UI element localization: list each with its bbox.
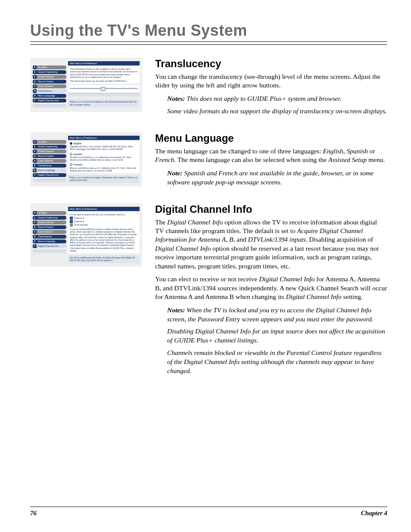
sidebar-item-label: Closed Captioning [37, 216, 66, 220]
sidebar-item[interactable]: 5Translucency [33, 89, 66, 93]
sidebar-item[interactable]: 1Closed Captioning [33, 70, 66, 74]
sidebar-item[interactable]: 4Color Scheme [33, 159, 66, 163]
sidebar-item-label: Go Back [37, 65, 66, 69]
sidebar-item[interactable]: 6Menu Language [33, 94, 66, 98]
figure-translucency: 0Go Back1Closed Captioning2Screen Format… [30, 58, 142, 112]
sidebar-item[interactable]: 5Translucency [33, 235, 66, 239]
notes-block: Note: Spanish and French are not availab… [167, 169, 387, 187]
figure-breadcrumb: Main Menu ▸ Preferences [68, 207, 140, 211]
radio-icon [70, 142, 72, 145]
figure-breadcrumb: Main Menu ▸ Preferences [68, 61, 140, 65]
sidebar-item[interactable]: 4Color Scheme [33, 230, 66, 234]
sidebar-item-label: Screen Format [37, 221, 66, 224]
figure-menu-language: 0Go Back1Closed Captioning2Screen Format… [30, 132, 142, 187]
checkbox-icon: ✓ [70, 220, 73, 223]
sidebar-item-label: Color Scheme [37, 159, 66, 163]
divider [30, 44, 387, 45]
sidebar-item[interactable]: 7Digital Channel Info [33, 244, 66, 248]
sidebar-item-label: Menu Language [37, 240, 66, 243]
sidebar-item-label: Go Back [37, 211, 66, 215]
figure-panel: EnglishHighlight with the ▴ and ▾ arrows… [68, 141, 140, 173]
sidebar-item-label: Record Output [37, 225, 66, 229]
sidebar-item-label: Closed Captioning [37, 70, 66, 74]
sidebar-item[interactable]: 1Closed Captioning [33, 145, 66, 149]
sidebar-item-label: Digital Channel Info [37, 99, 66, 103]
figure-sidebar: 0Go Back1Closed Captioning2Screen Format… [33, 61, 66, 109]
figure-digital-channel-info: 0Go Back1Closed Captioning2Screen Format… [30, 203, 142, 267]
sidebar-item-label: Screen Format [37, 75, 66, 79]
section-digital-channel-info: 0Go Back1Closed Captioning2Screen Format… [30, 203, 387, 380]
figure-panel: For an input to acquire the info, put a … [68, 212, 140, 254]
sidebar-item[interactable]: 7Digital Channel Info [33, 99, 66, 103]
figure-sidebar: 0Go Back1Closed Captioning2Screen Format… [33, 207, 66, 263]
sidebar-item[interactable]: 1Closed Captioning [33, 216, 66, 220]
sidebar-item[interactable]: 3Record Output [33, 225, 66, 229]
checkbox-option[interactable]: DTVLink/1394 [70, 224, 138, 227]
sidebar-item-label: Closed Captioning [37, 145, 66, 149]
notes-block: Notes: This does not apply to GUIDE Plus… [167, 94, 387, 116]
checkbox-option[interactable]: ✓Antenna B [70, 220, 138, 223]
section-translucency: 0Go Back1Closed Captioning2Screen Format… [30, 58, 387, 119]
body-text: The menu language can be changed to one … [155, 147, 387, 165]
sidebar-item[interactable]: 2Screen Format [33, 149, 66, 153]
chapter-title: Using the TV's Menu System [30, 22, 387, 40]
sidebar-item[interactable]: 2Screen Format [33, 221, 66, 224]
checkbox-option[interactable]: ✓Antenna A [70, 217, 138, 220]
section-heading: Translucency [155, 58, 387, 70]
sidebar-item-label: Color Scheme [37, 84, 66, 88]
sidebar-item[interactable]: 0Go Back [33, 140, 66, 144]
sidebar-item-label: Translucency [37, 164, 66, 168]
notes-block: Notes: When the TV is locked and you try… [167, 306, 387, 376]
chapter-label: Chapter 4 [361, 510, 387, 517]
sidebar-item[interactable]: 3Record Output [33, 154, 66, 158]
sidebar-item-label: Go Back [37, 140, 66, 144]
language-option[interactable]: EnglishHighlight with the ▴ and ▾ arrows… [70, 142, 138, 151]
radio-icon [70, 163, 72, 166]
body-text: The Digital Channel Info option allows t… [155, 218, 387, 271]
translucency-slider[interactable] [68, 85, 140, 92]
divider [30, 41, 387, 42]
sidebar-item[interactable]: 5Translucency [33, 164, 66, 168]
manual-page: Using the TV's Menu System 0Go Back1Clos… [0, 0, 411, 532]
section-heading: Digital Channel Info [155, 203, 387, 215]
figure-hint: Press ▴ or ▾ to point to an option, then… [68, 175, 140, 183]
checkbox-icon [70, 224, 73, 227]
sidebar-item[interactable]: 2Screen Format [33, 75, 66, 79]
body-text: You can change the translucency (see-thr… [155, 72, 387, 90]
sidebar-item[interactable]: 4Color Scheme [33, 84, 66, 88]
sidebar-item[interactable]: 3Record Output [33, 80, 66, 84]
section-heading: Menu Language [155, 132, 387, 144]
section-menu-language: 0Go Back1Closed Captioning2Screen Format… [30, 132, 387, 190]
radio-icon [70, 153, 72, 156]
sidebar-item-label: Color Scheme [37, 230, 66, 234]
figure-panel-text: The translucency level you set is applie… [68, 66, 140, 84]
sidebar-item-label: Digital Channel Info [37, 244, 66, 248]
sidebar-item-label: Translucency [37, 89, 66, 93]
language-option[interactable]: EspañolResalte con las flechas ▴ y ▾. Se… [70, 153, 138, 162]
sidebar-item-label: Screen Format [37, 149, 66, 153]
sidebar-item-label: Digital Channel Info [37, 173, 66, 177]
sidebar-item[interactable]: 6Menu Language [33, 168, 66, 172]
sidebar-item[interactable]: 0Go Back [33, 211, 66, 215]
language-option[interactable]: FrançaisMise en surbrillance avec ▴ et ▾… [70, 163, 138, 172]
sidebar-item-label: Record Output [37, 154, 66, 158]
sidebar-item[interactable]: 7Digital Channel Info [33, 173, 66, 177]
figure-breadcrumb: Main Menu ▸ Preferences [68, 136, 140, 140]
page-number: 76 [30, 510, 37, 517]
body-text: You can elect to receive or not receive … [155, 275, 387, 301]
sidebar-item-label: Menu Language [37, 94, 66, 98]
checkbox-icon: ✓ [70, 217, 73, 220]
sidebar-item-label: Record Output [37, 80, 66, 84]
figure-hint: Use OK to add/remove the check. A check … [68, 255, 140, 263]
sidebar-item[interactable]: 0Go Back [33, 65, 66, 69]
sidebar-item[interactable]: 6Menu Language [33, 240, 66, 243]
sidebar-item-label: Translucency [37, 235, 66, 239]
sidebar-item-label: Menu Language [37, 168, 66, 172]
figure-hint: Press ◂ or ▸ to move the indicator to th… [68, 99, 140, 107]
page-footer: 76 Chapter 4 [30, 507, 387, 517]
figure-sidebar: 0Go Back1Closed Captioning2Screen Format… [33, 136, 66, 183]
